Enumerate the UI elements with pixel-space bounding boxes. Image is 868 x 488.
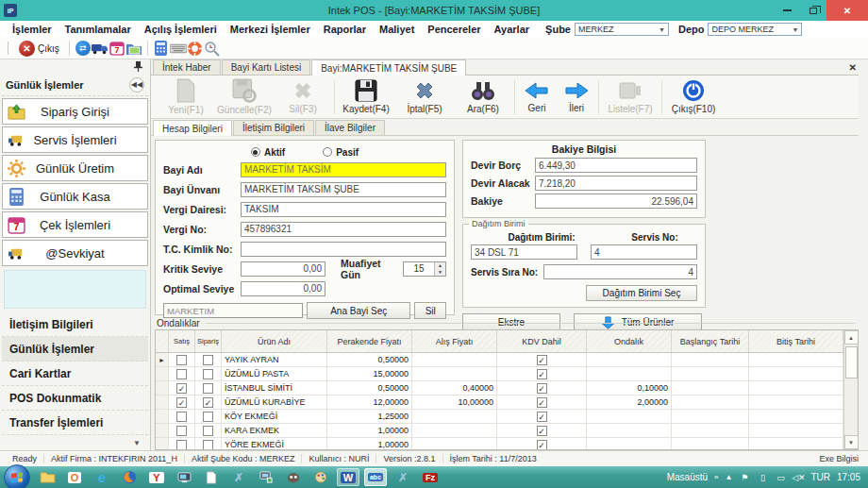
network-icon[interactable]: ▭ xyxy=(775,472,786,483)
language-indicator[interactable]: TUR xyxy=(810,472,830,482)
subtab-hesap-bilgileri[interactable]: Hesap Bilgileri xyxy=(153,120,232,136)
satis-checkbox[interactable] xyxy=(176,369,187,379)
calendar7-button[interactable]: 7 xyxy=(108,40,125,57)
header-kdv[interactable]: KDV Dahil xyxy=(497,330,587,352)
kaydet-button[interactable]: Kaydet(F4) xyxy=(337,77,395,117)
table-row[interactable]: KARA EKMEK 1,00000 ✓ xyxy=(156,424,843,438)
devir-borc-input[interactable]: 6.449,30 xyxy=(535,158,697,173)
kdv-checkbox[interactable]: ✓ xyxy=(537,383,547,394)
iptal-button[interactable]: İptal(F5) xyxy=(395,77,454,117)
taskbar-monitor-button[interactable] xyxy=(173,468,195,486)
satis-checkbox[interactable] xyxy=(176,426,187,436)
siparis-checkbox[interactable] xyxy=(203,440,213,450)
satis-checkbox[interactable] xyxy=(176,355,187,365)
spin-up-icon[interactable]: ▲ xyxy=(435,262,445,269)
table-row[interactable]: KÖY EKMEĞİ 1,25000 ✓ xyxy=(156,410,843,424)
tab-intek-haber[interactable]: İntek Haber xyxy=(153,59,221,75)
scroll-up-icon[interactable]: ▲ xyxy=(844,330,859,345)
menu-merkezi-islemler[interactable]: Merkezi İşlemler xyxy=(224,24,317,35)
device-icon[interactable]: ▯ xyxy=(757,472,768,483)
taskbar-app1-button[interactable]: ✗ xyxy=(227,468,250,486)
restore-button[interactable] xyxy=(800,0,826,21)
vertical-scrollbar[interactable]: ▲ ▼ xyxy=(843,330,858,449)
taskbar-active-app-button[interactable]: abc xyxy=(364,468,387,486)
optimal-seviye-input[interactable]: 0,00 xyxy=(241,281,326,296)
ara-button[interactable]: Ara(F6) xyxy=(454,77,512,117)
taskbar-paint-button[interactable] xyxy=(309,468,332,486)
servis-no-input[interactable]: 4 xyxy=(591,244,697,260)
minimize-button[interactable] xyxy=(774,0,800,21)
bayi-unvani-input[interactable]: MARKETİM TAKSİM ŞUBE xyxy=(241,182,446,197)
sidebar-item-gunluk-uretim[interactable]: Günlük Üretim xyxy=(2,155,148,181)
header-ondalik[interactable]: Ondalık xyxy=(587,330,672,352)
clock[interactable]: 17:05 xyxy=(837,472,860,482)
volume-muted-icon[interactable]: ◁✕ xyxy=(793,472,804,483)
header-baslangic[interactable]: Başlangıç Tarihi xyxy=(672,330,749,352)
start-button[interactable] xyxy=(4,464,30,488)
spin-down-icon[interactable]: ▼ xyxy=(435,269,445,276)
depo-select[interactable]: DEPO MERKEZ ▼ xyxy=(708,23,802,36)
satis-checkbox[interactable]: ✓ xyxy=(176,383,187,394)
header-siparis[interactable]: Sipariş xyxy=(195,330,222,352)
status-exe-bilgisi[interactable]: Exe Bilgisi xyxy=(819,454,862,463)
scroll-down-icon[interactable]: ▼ xyxy=(844,435,859,449)
ileri-button[interactable]: İleri xyxy=(557,77,596,117)
sidebar-section-transfer[interactable]: Transfer İşlemleri xyxy=(2,411,148,435)
taskbar-word-button[interactable]: W xyxy=(337,468,359,486)
keyboard-button[interactable] xyxy=(170,40,187,57)
devir-alacak-input[interactable]: 7.218,20 xyxy=(535,176,697,191)
search-history-button[interactable] xyxy=(204,40,221,57)
photo-folder-button[interactable] xyxy=(125,40,142,57)
kdv-checkbox[interactable]: ✓ xyxy=(537,412,547,422)
servis-sira-no-input[interactable]: 4 xyxy=(543,264,697,279)
pasif-radio[interactable]: Pasif xyxy=(323,147,359,158)
siparis-checkbox[interactable] xyxy=(203,355,213,365)
header-urun-adi[interactable]: Ürün Adı xyxy=(222,330,327,352)
satis-checkbox[interactable]: ✓ xyxy=(176,397,187,408)
tc-kimlik-input[interactable] xyxy=(241,242,446,257)
taskbar-ie-button[interactable]: e xyxy=(91,468,113,486)
taskbar-network-pc-button[interactable] xyxy=(255,468,277,486)
taskbar-yandex-button[interactable]: Y xyxy=(145,468,168,486)
vergi-dairesi-input[interactable]: TAKSIM xyxy=(241,202,446,217)
taskbar-firefox-button[interactable] xyxy=(118,468,141,486)
dagitim-birimi-sec-button[interactable]: Dağıtım Birimi Seç xyxy=(586,285,697,301)
siparis-checkbox[interactable] xyxy=(203,383,213,394)
satis-checkbox[interactable] xyxy=(176,440,187,450)
tab-close-icon[interactable]: ✕ xyxy=(849,62,857,73)
muafiyet-gun-stepper[interactable]: 15 ▲▼ xyxy=(403,261,446,277)
kdv-checkbox[interactable]: ✓ xyxy=(537,355,547,365)
kdv-checkbox[interactable]: ✓ xyxy=(537,440,547,450)
tab-bayi-marketim[interactable]: Bayi:MARKETİM TAKSİM ŞUBE xyxy=(311,59,466,76)
table-row[interactable]: ► YAYIK AYRAN 0,50000 ✓ xyxy=(156,353,843,367)
aktif-radio[interactable]: Aktif xyxy=(251,147,285,158)
taskbar-outlook-button[interactable]: O xyxy=(63,468,86,486)
sidebar-section-pos-dokunmatik[interactable]: POS Dokunmatik xyxy=(2,386,148,411)
taskbar-app2-button[interactable]: ✗ xyxy=(392,468,414,486)
scroll-thumb[interactable] xyxy=(845,346,858,379)
sidebar-item-sevkiyat[interactable]: @Sevkiyat xyxy=(2,240,148,266)
truck-button[interactable] xyxy=(92,40,108,57)
table-row[interactable]: ✓ İSTANBUL SİMİTİ 0,50000 0,40000 ✓ 0,10… xyxy=(156,381,843,395)
desktop-toolbar-label[interactable]: Masaüstü xyxy=(667,472,708,482)
table-row[interactable]: ✓ ✓ ÜZÜMLÜ KURABİYE 12,00000 10,00000 ✓ … xyxy=(156,395,843,410)
taskbar-filezilla-button[interactable]: Fz xyxy=(419,468,442,486)
kdv-checkbox[interactable]: ✓ xyxy=(537,397,547,408)
siparis-checkbox[interactable] xyxy=(203,412,213,422)
header-satis[interactable]: Satış xyxy=(169,330,195,352)
sidebar-item-gunluk-kasa[interactable]: Günlük Kasa xyxy=(2,183,148,210)
kdv-checkbox[interactable]: ✓ xyxy=(537,369,547,379)
cikis-f10-button[interactable]: Çıkış(F10) xyxy=(664,77,723,117)
kdv-checkbox[interactable]: ✓ xyxy=(537,426,547,436)
subtab-ilave-bilgiler[interactable]: İlave Bilgiler xyxy=(315,120,385,135)
sidebar-item-siparis-girisi[interactable]: Sipariş Girişi xyxy=(2,98,148,125)
bayi-adi-input[interactable]: MARKETİM TAKSİM xyxy=(241,162,446,177)
menu-islemler[interactable]: İşlemler xyxy=(6,24,58,35)
tab-bayi-karti-listesi[interactable]: Bayi Kartı Listesi xyxy=(222,59,310,75)
header-alis[interactable]: Alış Fiyatı xyxy=(412,330,497,352)
siparis-checkbox[interactable] xyxy=(203,426,213,436)
exit-button[interactable]: ✕ Çıkış xyxy=(14,40,64,58)
sidebar-overflow-button[interactable]: ▼ xyxy=(133,439,141,447)
dagitim-birimi-input[interactable]: 34 DSL 71 xyxy=(471,244,577,260)
show-hidden-icons-button[interactable]: ▲ xyxy=(725,473,732,481)
